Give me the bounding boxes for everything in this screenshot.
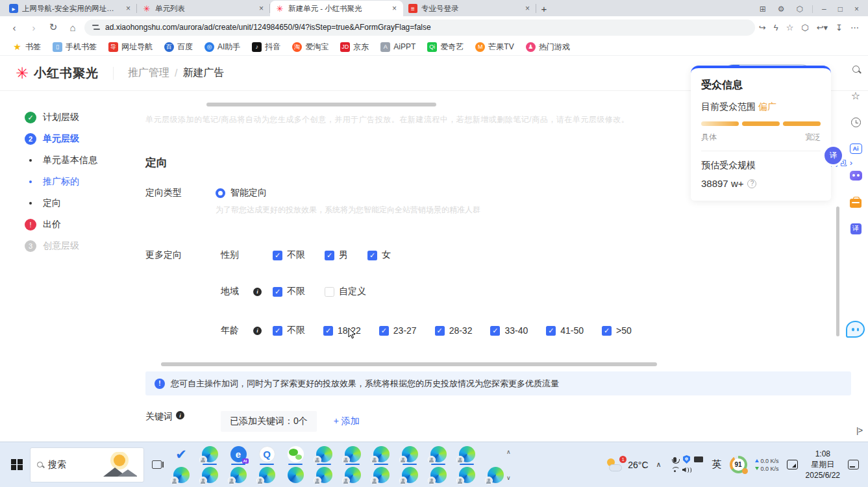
rail-ai-icon[interactable]: Ai <box>849 142 862 155</box>
step-unit-basic-info[interactable]: 单元基本信息 <box>25 155 130 166</box>
rail-favorites-icon[interactable]: ☆ <box>849 89 862 102</box>
edge-app-icon[interactable] <box>287 467 304 483</box>
bookmark-item[interactable]: ◎AI助手 <box>200 40 245 54</box>
tab-close-icon[interactable]: × <box>524 4 531 13</box>
edge-app-icon[interactable] <box>430 467 447 483</box>
apps-scroll-up-icon[interactable]: ∧ <box>506 449 511 455</box>
rail-toolbox-icon[interactable] <box>849 195 862 208</box>
extensions-shelf-icon[interactable]: ⬡ <box>794 5 806 14</box>
flash-icon[interactable]: ϟ <box>774 23 778 32</box>
weather-widget[interactable]: 1 26°C <box>607 458 648 471</box>
gender-male-checkbox[interactable]: ✓男 <box>325 249 348 261</box>
minimize-button[interactable]: – <box>819 5 829 14</box>
history-dropdown-icon[interactable]: ↩▾ <box>817 23 828 32</box>
workspace-icon[interactable]: ⊞ <box>757 5 769 14</box>
info-icon[interactable]: i <box>253 327 262 335</box>
edge-app-icon[interactable] <box>316 467 332 483</box>
edge-app-icon[interactable] <box>458 467 475 483</box>
region-custom-checkbox[interactable]: ✓自定义 <box>325 286 366 297</box>
bookmark-item[interactable]: 导网址导航 <box>104 40 157 54</box>
edge-app-icon[interactable] <box>401 467 418 483</box>
radio-selected-icon[interactable] <box>216 188 225 198</box>
add-keyword-button[interactable]: + 添加 <box>334 416 360 427</box>
start-button[interactable] <box>4 447 30 482</box>
bookmark-item[interactable]: ★书签 <box>8 40 45 54</box>
edge-app-icon[interactable] <box>373 446 390 466</box>
bookmark-item[interactable]: Qi爱奇艺 <box>423 40 468 54</box>
tab-nav-site[interactable]: ▸ 上网导航-安全实用的网址导航 × <box>4 1 137 16</box>
browser-tools-icon[interactable]: ⚙ <box>775 5 787 14</box>
edge-app-icon[interactable] <box>458 446 475 466</box>
taskbar-search-box[interactable]: 搜索 <box>30 447 144 482</box>
tab-unit-list[interactable]: ✳ 单元列表 × <box>137 1 270 16</box>
step-targeting[interactable]: 定向 <box>25 197 130 209</box>
bookmark-item[interactable]: AAiPPT <box>376 41 420 53</box>
wifi-icon[interactable] <box>671 467 679 473</box>
edge-app-icon[interactable] <box>230 467 247 483</box>
security-shield-icon[interactable] <box>683 455 690 464</box>
step-unit-level[interactable]: 2 单元层级 <box>25 133 130 145</box>
browser-menu-icon[interactable]: ⋯ <box>850 23 859 32</box>
search-highlight-weather-icon[interactable] <box>103 452 137 478</box>
region-unlimited-checkbox[interactable]: ✓不限 <box>273 286 305 297</box>
edge-app-icon[interactable] <box>373 467 390 483</box>
browser-ai-app-icon[interactable]: e <box>230 446 247 466</box>
rail-translate-icon[interactable]: 译 <box>849 222 862 235</box>
address-bar[interactable]: ad.xiaohongshu.com/aurora/ad/create/unit… <box>84 19 755 36</box>
edge-app-icon[interactable] <box>173 467 190 483</box>
battery-ring[interactable]: 91 <box>730 456 747 473</box>
tab-close-icon[interactable]: × <box>258 4 265 13</box>
step-creative-level[interactable]: 3 创意层级 <box>25 240 130 252</box>
edge-app-icon[interactable] <box>201 446 218 466</box>
age-50plus-checkbox[interactable]: ✓>50 <box>602 325 632 336</box>
rail-search-icon[interactable] <box>849 62 862 75</box>
bookmark-item[interactable]: ▯手机书签 <box>48 40 101 54</box>
age-unlimited-checkbox[interactable]: ✓不限 <box>273 325 305 336</box>
chat-assistant-fab[interactable] <box>846 321 865 338</box>
bookmark-item[interactable]: ♟热门游戏 <box>521 40 575 54</box>
bookmark-item[interactable]: ♪抖音 <box>247 40 285 54</box>
edge-app-icon[interactable] <box>487 467 504 483</box>
age-23-27-checkbox[interactable]: ✓23-27 <box>379 325 417 336</box>
qq-browser-app-icon[interactable]: Q <box>258 446 275 466</box>
age-33-40-checkbox[interactable]: ✓33-40 <box>490 325 528 336</box>
home-icon[interactable]: ⌂ <box>65 19 81 35</box>
smart-targeting-radio[interactable]: 智能定向 <box>216 187 480 199</box>
tab-close-icon[interactable]: × <box>125 4 132 13</box>
edge-app-icon[interactable] <box>316 446 332 466</box>
forward-icon[interactable]: › <box>26 19 42 35</box>
vertical-scrollbar[interactable] <box>836 206 839 336</box>
tab-new-unit-active[interactable]: ✳ 新建单元 - 小红书聚光 × <box>270 1 403 16</box>
screenshot-tool-icon[interactable] <box>787 460 798 469</box>
hidden-icons-chevron[interactable]: ∧ <box>656 460 662 469</box>
info-icon[interactable]: i <box>253 288 262 296</box>
gender-unlimited-checkbox[interactable]: ✓不限 <box>273 249 305 261</box>
site-info-icon[interactable] <box>92 24 100 31</box>
task-view-button[interactable] <box>147 447 166 482</box>
collapse-rail-handle[interactable]: |> <box>856 425 862 435</box>
tab-close-icon[interactable]: × <box>391 4 398 13</box>
apps-scroll-down-icon[interactable]: ∨ <box>506 475 511 481</box>
tab-pro-login[interactable]: ≡ 专业号登录 × <box>403 1 536 16</box>
battery-device-icon[interactable] <box>694 456 703 462</box>
info-icon[interactable]: i <box>176 411 184 419</box>
bookmark-item[interactable]: 淘爱淘宝 <box>288 40 333 54</box>
close-button[interactable]: × <box>852 5 862 14</box>
question-circle-icon[interactable]: ? <box>747 179 756 188</box>
edge-app-icon[interactable] <box>344 467 361 483</box>
rail-games-icon[interactable] <box>849 169 862 182</box>
speaker-icon[interactable] <box>682 468 691 473</box>
edge-app-icon[interactable] <box>430 446 447 466</box>
age-28-32-checkbox[interactable]: ✓28-32 <box>435 325 473 336</box>
back-icon[interactable]: ‹ <box>6 19 22 35</box>
reload-icon[interactable]: ↻ <box>45 19 61 35</box>
age-41-50-checkbox[interactable]: ✓41-50 <box>546 325 584 336</box>
clock-widget[interactable]: 1:08 星期日 2025/6/22 <box>806 449 840 481</box>
maximize-button[interactable]: □ <box>836 5 845 14</box>
downloads-icon[interactable]: ↧ <box>836 23 843 32</box>
ime-indicator[interactable]: 英 <box>712 458 722 471</box>
extensions-icon[interactable]: ⬡ <box>801 23 808 32</box>
favorite-star-icon[interactable]: ☆ <box>786 23 794 32</box>
horizontal-scrollbar[interactable] <box>161 362 657 366</box>
share-icon[interactable]: ↪ <box>759 23 766 32</box>
